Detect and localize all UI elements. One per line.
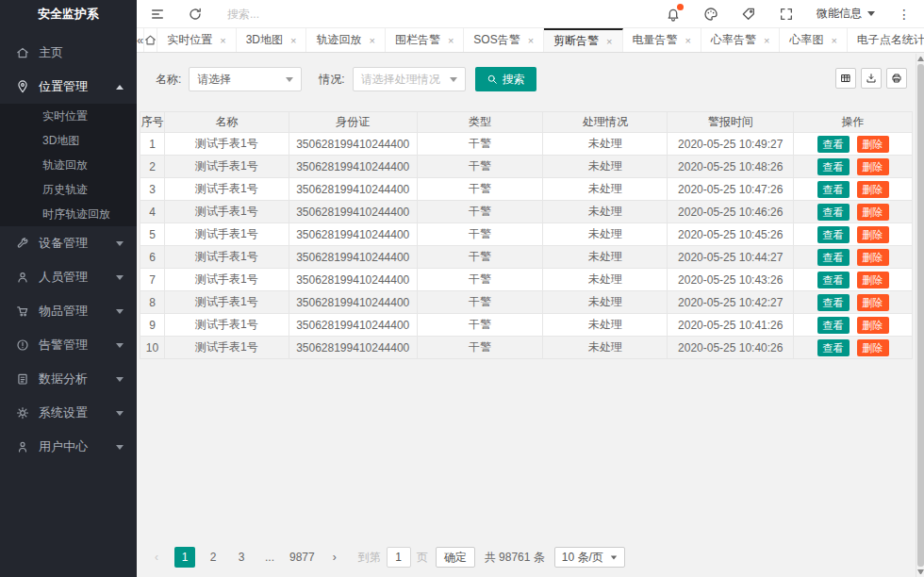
export-icon bbox=[866, 73, 877, 84]
close-icon[interactable]: × bbox=[528, 35, 534, 46]
tab-cut-alarm-active[interactable]: 剪断告警× bbox=[544, 28, 622, 52]
name-filter-select[interactable]: 请选择 bbox=[189, 67, 302, 91]
next-page-button[interactable]: › bbox=[324, 547, 345, 568]
tab-heartrate-alarm[interactable]: 心率告警× bbox=[701, 28, 780, 52]
submenu-item-3d-map[interactable]: 3D地图 bbox=[0, 128, 137, 153]
goto-confirm-button[interactable]: 确定 bbox=[436, 547, 475, 568]
view-button[interactable]: 查看 bbox=[817, 204, 850, 221]
status-filter-label: 情况: bbox=[319, 72, 344, 88]
view-button[interactable]: 查看 bbox=[817, 294, 850, 311]
tab-rollcall-chart[interactable]: 电子点名统计图× bbox=[848, 28, 924, 52]
close-icon[interactable]: × bbox=[764, 35, 769, 46]
delete-button[interactable]: 删除 bbox=[857, 204, 889, 221]
search-button[interactable]: 搜索 bbox=[475, 67, 536, 91]
tab-sos-alarm[interactable]: SOS告警× bbox=[464, 28, 544, 52]
close-icon[interactable]: × bbox=[290, 35, 296, 46]
view-button[interactable]: 查看 bbox=[817, 317, 850, 334]
table-row: 6 测试手表1号 350628199410244400 干警 未处理 2020-… bbox=[140, 246, 913, 269]
delete-button[interactable]: 删除 bbox=[857, 158, 889, 175]
fullscreen-icon[interactable] bbox=[779, 7, 794, 22]
search-input[interactable] bbox=[227, 8, 359, 21]
notification-bell-icon[interactable] bbox=[666, 7, 681, 22]
tab-3d-map[interactable]: 3D地图× bbox=[237, 28, 307, 52]
tab-fence-alarm[interactable]: 围栏告警× bbox=[386, 28, 464, 52]
close-icon[interactable]: × bbox=[831, 35, 836, 46]
export-button[interactable] bbox=[861, 68, 882, 89]
scroll-up-arrow-icon[interactable] bbox=[917, 57, 924, 61]
close-icon[interactable]: × bbox=[220, 35, 225, 46]
col-header-type: 类型 bbox=[418, 112, 544, 133]
vertical-scrollbar[interactable] bbox=[916, 54, 924, 577]
sidebar-item-label: 告警管理 bbox=[39, 337, 88, 354]
submenu-item-realtime-location[interactable]: 实时位置 bbox=[0, 104, 137, 128]
delete-button[interactable]: 删除 bbox=[857, 226, 889, 243]
tab-track-playback[interactable]: 轨迹回放× bbox=[306, 28, 385, 52]
goto-page-input[interactable] bbox=[387, 547, 411, 568]
view-button[interactable]: 查看 bbox=[817, 272, 850, 288]
alert-circle-icon bbox=[16, 338, 29, 352]
view-button[interactable]: 查看 bbox=[817, 249, 850, 266]
view-button[interactable]: 查看 bbox=[817, 136, 850, 153]
tab-heartrate-chart[interactable]: 心率图× bbox=[780, 28, 847, 52]
view-button[interactable]: 查看 bbox=[817, 158, 850, 175]
submenu-item-time-track-playback[interactable]: 时序轨迹回放 bbox=[0, 202, 137, 226]
page-button-1[interactable]: 1 bbox=[174, 547, 195, 568]
delete-button[interactable]: 删除 bbox=[857, 272, 889, 288]
view-button[interactable]: 查看 bbox=[817, 339, 850, 356]
submenu-item-history-track[interactable]: 历史轨迹 bbox=[0, 177, 137, 202]
status-filter-select[interactable]: 请选择处理情况 bbox=[353, 67, 466, 91]
col-header-actions: 操作 bbox=[794, 112, 913, 133]
delete-button[interactable]: 删除 bbox=[857, 249, 889, 266]
sidebar-item-data-analysis[interactable]: 数据分析 bbox=[0, 362, 137, 396]
tabs-scroll-left-button[interactable]: « bbox=[137, 28, 144, 52]
page-unit-label: 页 bbox=[417, 550, 428, 566]
tab-battery-alarm[interactable]: 电量告警× bbox=[623, 28, 701, 52]
tab-realtime-location[interactable]: 实时位置× bbox=[157, 28, 236, 52]
sidebar-item-user-center[interactable]: 用户中心 bbox=[0, 430, 137, 464]
report-icon bbox=[16, 372, 29, 386]
print-button[interactable] bbox=[886, 68, 907, 89]
table-row: 8 测试手表1号 350628199410244400 干警 未处理 2020-… bbox=[140, 291, 913, 314]
org-dropdown[interactable]: 微能信息 bbox=[817, 6, 875, 22]
close-icon[interactable]: × bbox=[369, 35, 374, 46]
delete-button[interactable]: 删除 bbox=[857, 136, 889, 153]
home-tab-icon[interactable] bbox=[144, 28, 157, 52]
sidebar-item-alarm-management[interactable]: 告警管理 bbox=[0, 328, 137, 362]
close-icon[interactable]: × bbox=[606, 36, 612, 47]
scroll-down-arrow-icon[interactable] bbox=[917, 569, 924, 574]
submenu-item-track-playback[interactable]: 轨迹回放 bbox=[0, 153, 137, 177]
delete-button[interactable]: 删除 bbox=[857, 339, 889, 356]
chevron-down-icon bbox=[116, 343, 124, 348]
page-size-select[interactable]: 10 条/页 bbox=[554, 547, 625, 568]
delete-button[interactable]: 删除 bbox=[857, 181, 889, 198]
sidebar-item-device-management[interactable]: 设备管理 bbox=[0, 226, 137, 260]
delete-button[interactable]: 删除 bbox=[857, 317, 889, 334]
page-button-2[interactable]: 2 bbox=[203, 547, 223, 568]
view-button[interactable]: 查看 bbox=[817, 226, 850, 243]
theme-palette-icon[interactable] bbox=[703, 7, 718, 22]
refresh-icon[interactable] bbox=[188, 7, 203, 22]
search-icon bbox=[487, 74, 498, 85]
sidebar-item-location-management[interactable]: 位置管理 bbox=[0, 70, 137, 104]
sidebar-item-label: 人员管理 bbox=[39, 269, 88, 286]
more-options-icon[interactable]: ⋮ bbox=[898, 7, 911, 22]
close-icon[interactable]: × bbox=[685, 35, 691, 46]
sidebar-item-home[interactable]: 主页 bbox=[0, 36, 137, 70]
status-filter-placeholder: 请选择处理情况 bbox=[361, 72, 444, 88]
sidebar-item-label: 用户中心 bbox=[39, 438, 88, 455]
tag-icon[interactable] bbox=[741, 7, 756, 22]
view-button[interactable]: 查看 bbox=[817, 181, 850, 198]
scrollbar-thumb[interactable] bbox=[917, 64, 924, 567]
sidebar-item-item-management[interactable]: 物品管理 bbox=[0, 294, 137, 328]
close-icon[interactable]: × bbox=[448, 35, 454, 46]
prev-page-button: ‹ bbox=[146, 547, 167, 568]
delete-button[interactable]: 删除 bbox=[857, 294, 889, 311]
page-button-3[interactable]: 3 bbox=[231, 547, 252, 568]
sidebar-item-personnel-management[interactable]: 人员管理 bbox=[0, 260, 137, 294]
page-button-last[interactable]: 9877 bbox=[288, 547, 317, 568]
sidebar-item-system-settings[interactable]: 系统设置 bbox=[0, 396, 137, 430]
sidebar: 安全监护系 主页 位置管理 实时位置 3D地图 轨迹回放 历史轨迹 时序轨迹回放… bbox=[0, 0, 137, 577]
table-row: 2 测试手表1号 350628199410244400 干警 未处理 2020-… bbox=[140, 156, 913, 178]
filter-columns-button[interactable] bbox=[835, 68, 856, 89]
menu-fold-icon[interactable] bbox=[150, 7, 165, 22]
